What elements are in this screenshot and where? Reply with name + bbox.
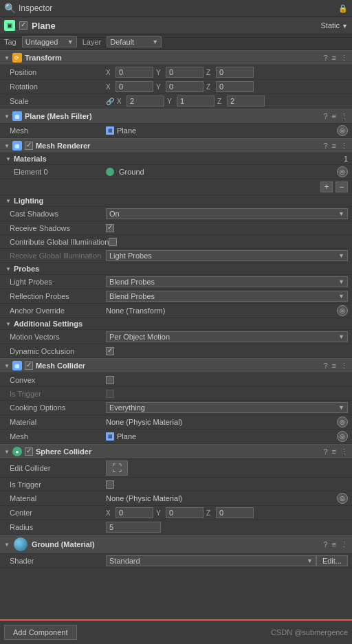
convex-checkbox[interactable] xyxy=(106,376,114,384)
position-z[interactable] xyxy=(216,67,254,78)
anchor-override-select-button[interactable]: ◎ xyxy=(337,305,348,316)
receive-shadows-checkbox[interactable] xyxy=(106,224,114,232)
mesh-filter-settings-icon[interactable]: ≡ xyxy=(332,112,336,121)
ground-material-section-header[interactable]: ▼ Ground (Material) ? ≡ ⋮ xyxy=(0,535,352,554)
mesh-filter-help-icon[interactable]: ? xyxy=(323,112,327,121)
mesh-select-button[interactable]: ◎ xyxy=(337,125,348,136)
mesh-filter-section-icons: ? ≡ ⋮ xyxy=(323,112,348,121)
object-active-checkbox[interactable] xyxy=(19,21,28,30)
add-component-button[interactable]: Add Component xyxy=(4,625,77,640)
scale-y[interactable] xyxy=(177,96,214,107)
probes-label: Probes xyxy=(14,265,39,273)
cooking-options-dropdown[interactable]: Everything ▼ xyxy=(106,402,348,413)
sphere-center-z[interactable] xyxy=(216,507,254,518)
material-select-button[interactable]: ◎ xyxy=(337,166,348,177)
sphere-radius-row: Radius xyxy=(0,520,352,535)
rotation-z[interactable] xyxy=(216,81,254,92)
mesh-collider-menu-icon[interactable]: ⋮ xyxy=(340,362,348,370)
layer-dropdown[interactable]: Default ▼ xyxy=(107,36,162,47)
materials-collapse-arrow: ▼ xyxy=(6,156,11,162)
shader-edit-button[interactable]: Edit... xyxy=(316,555,348,566)
mesh-renderer-title: Mesh Renderer xyxy=(36,142,90,150)
sphere-center-y[interactable] xyxy=(166,507,204,518)
sphere-center-row: Center X Y Z xyxy=(0,506,352,520)
contribute-gi-checkbox[interactable] xyxy=(109,238,117,246)
remove-material-button[interactable]: − xyxy=(336,181,348,192)
mesh-filter-section-header[interactable]: ▼ ▦ Plane (Mesh Filter) ? ≡ ⋮ xyxy=(0,109,352,124)
sphere-is-trigger-checkbox[interactable] xyxy=(106,480,114,489)
lighting-subsection-header[interactable]: ▼ Lighting xyxy=(0,195,352,207)
watermark-text: CSDN @submergence xyxy=(271,628,348,636)
sphere-material-select-button[interactable]: ◎ xyxy=(337,493,348,504)
object-header: ▣ Plane Static ▼ xyxy=(0,17,352,34)
ground-material-settings-icon[interactable]: ≡ xyxy=(332,540,336,549)
is-trigger-checkbox[interactable] xyxy=(106,390,114,398)
shader-label: Shader xyxy=(10,557,106,565)
probes-subsection-header[interactable]: ▼ Probes xyxy=(0,263,352,275)
mesh-filter-menu-icon[interactable]: ⋮ xyxy=(340,112,348,121)
mesh-renderer-menu-icon[interactable]: ⋮ xyxy=(340,142,348,151)
reflection-probes-dropdown[interactable]: Blend Probes ▼ xyxy=(106,291,348,302)
mesh-collider-section-header[interactable]: ▼ ▦ Mesh Collider ? ≡ ⋮ xyxy=(0,358,352,373)
sphere-collider-section-header[interactable]: ▼ ● Sphere Collider ? ≡ ⋮ xyxy=(0,444,352,459)
mesh-collider-settings-icon[interactable]: ≡ xyxy=(332,362,336,370)
edit-collider-button[interactable]: ⛶ xyxy=(106,460,128,476)
position-y[interactable] xyxy=(166,67,204,78)
inspector-header: 🔍 Inspector 🔒 xyxy=(0,0,352,17)
layer-dropdown-arrow: ▼ xyxy=(152,38,158,45)
mesh-collider-help-icon[interactable]: ? xyxy=(323,362,327,370)
inspector-title: Inspector xyxy=(19,3,52,13)
materials-subsection-header[interactable]: ▼ Materials 1 xyxy=(0,153,352,165)
reflection-probes-row: Reflection Probes Blend Probes ▼ xyxy=(0,289,352,304)
shader-dropdown[interactable]: Standard ▼ xyxy=(106,555,316,566)
anchor-override-row: Anchor Override None (Transform) ◎ xyxy=(0,304,352,318)
transform-icon: ⟳ xyxy=(12,53,22,63)
rotation-x[interactable] xyxy=(116,81,153,92)
sphere-collider-menu-icon[interactable]: ⋮ xyxy=(340,447,348,456)
dynamic-occlusion-checkbox[interactable] xyxy=(106,347,114,355)
lock-icon[interactable]: 🔒 xyxy=(338,4,348,13)
tag-label: Tag xyxy=(4,38,16,46)
sphere-collider-icon: ● xyxy=(12,447,22,456)
shader-dropdown-arrow: ▼ xyxy=(307,557,313,564)
element0-value-container: Ground xyxy=(106,168,337,176)
mesh-filter-title: Plane (Mesh Filter) xyxy=(25,112,92,120)
layer-label: Layer xyxy=(82,38,102,46)
ground-material-help-icon[interactable]: ? xyxy=(323,540,327,549)
mesh-collider-enabled-checkbox[interactable] xyxy=(25,362,33,370)
sphere-collider-settings-icon[interactable]: ≡ xyxy=(332,447,336,456)
mesh-collider-mesh-select-button[interactable]: ◎ xyxy=(337,431,348,442)
mesh-renderer-settings-icon[interactable]: ≡ xyxy=(332,142,336,151)
scale-row: Scale 🔗 X Y Z xyxy=(0,94,352,109)
mesh-renderer-help-icon[interactable]: ? xyxy=(323,142,327,151)
probes-collapse-arrow: ▼ xyxy=(6,266,11,272)
additional-settings-subsection-header[interactable]: ▼ Additional Settings xyxy=(0,318,352,330)
motion-vectors-dropdown[interactable]: Per Object Motion ▼ xyxy=(106,331,348,342)
mesh-renderer-section-header[interactable]: ▼ ▦ Mesh Renderer ? ≡ ⋮ xyxy=(0,138,352,153)
sphere-radius-value[interactable] xyxy=(106,522,161,533)
receive-gi-dropdown[interactable]: Light Probes ▼ xyxy=(106,250,348,261)
transform-menu-icon[interactable]: ⋮ xyxy=(340,54,348,63)
ground-material-sphere-icon xyxy=(14,537,28,551)
transform-settings-icon[interactable]: ≡ xyxy=(332,54,336,63)
mesh-collider-material-select-button[interactable]: ◎ xyxy=(337,417,348,428)
mesh-renderer-section-icons: ? ≡ ⋮ xyxy=(323,142,348,151)
scale-x[interactable] xyxy=(126,96,164,107)
mesh-renderer-enabled-checkbox[interactable] xyxy=(25,142,33,150)
mesh-collider-collapse-arrow: ▼ xyxy=(4,363,10,369)
transform-collapse-arrow: ▼ xyxy=(4,55,10,61)
convex-label: Convex xyxy=(10,376,106,384)
rotation-y[interactable] xyxy=(166,81,204,92)
ground-material-menu-icon[interactable]: ⋮ xyxy=(340,540,348,549)
scale-z[interactable] xyxy=(227,96,265,107)
light-probes-dropdown[interactable]: Blend Probes ▼ xyxy=(106,276,348,287)
transform-section-header[interactable]: ▼ ⟳ Transform ? ≡ ⋮ xyxy=(0,50,352,65)
add-material-button[interactable]: + xyxy=(320,181,333,192)
tag-dropdown[interactable]: Untagged ▼ xyxy=(22,36,77,47)
sphere-collider-help-icon[interactable]: ? xyxy=(323,447,327,456)
transform-help-icon[interactable]: ? xyxy=(323,54,327,63)
cast-shadows-dropdown[interactable]: On ▼ xyxy=(106,208,348,219)
sphere-collider-enabled-checkbox[interactable] xyxy=(25,447,33,456)
sphere-center-x[interactable] xyxy=(116,507,153,518)
position-x[interactable] xyxy=(116,67,153,78)
